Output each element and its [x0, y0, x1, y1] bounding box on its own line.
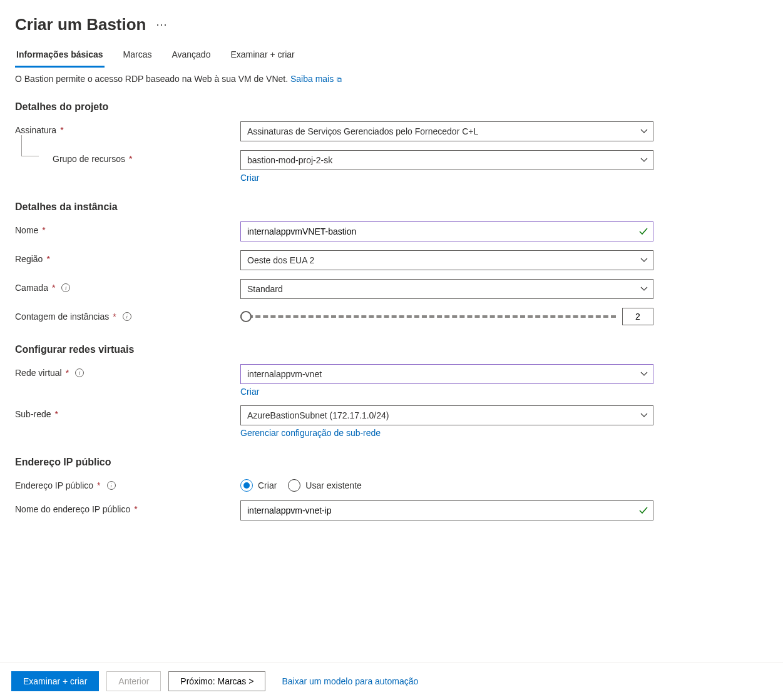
name-label: Nome	[15, 225, 38, 235]
tab-basics[interactable]: Informações básicas	[15, 44, 105, 68]
footer: Examinar + criar Anterior Próximo: Marca…	[0, 662, 783, 700]
page-title: Criar um Bastion	[15, 15, 146, 34]
more-actions-button[interactable]: ···	[156, 18, 168, 31]
chevron-down-icon	[640, 372, 648, 377]
tab-review[interactable]: Examinar + criar	[229, 44, 295, 68]
instance-count-label: Contagem de instâncias	[15, 312, 109, 322]
required-icon: *	[66, 368, 69, 378]
required-icon: *	[46, 254, 49, 264]
required-icon: *	[42, 225, 45, 235]
instance-count-input[interactable]	[622, 308, 653, 325]
subnet-select[interactable]: AzureBastionSubnet (172.17.1.0/24)	[240, 405, 653, 425]
publicip-existing-radio[interactable]: Usar existente	[288, 479, 361, 492]
intro-text: O Bastion permite o acesso RDP baseado n…	[15, 74, 768, 84]
resource-group-label: Grupo de recursos	[53, 154, 125, 164]
tabs: Informações básicas Marcas Avançado Exam…	[15, 44, 768, 68]
slider-thumb[interactable]	[240, 311, 252, 322]
tab-tags[interactable]: Marcas	[122, 44, 153, 68]
indent-connector-icon	[21, 135, 39, 156]
region-label: Região	[15, 254, 43, 264]
required-icon: *	[113, 312, 116, 322]
section-instance-heading: Detalhes da instância	[15, 201, 768, 213]
publicip-name-input[interactable]	[240, 500, 653, 520]
required-icon: *	[134, 504, 137, 514]
info-icon[interactable]: i	[123, 312, 131, 321]
section-vnet-heading: Configurar redes virtuais	[15, 344, 768, 355]
radio-icon	[288, 479, 300, 492]
check-icon	[639, 507, 648, 514]
review-create-button[interactable]: Examinar + criar	[11, 671, 99, 691]
chevron-down-icon	[640, 413, 648, 418]
create-resource-group-link[interactable]: Criar	[240, 173, 259, 183]
chevron-down-icon	[640, 287, 648, 292]
publicip-create-radio[interactable]: Criar	[240, 479, 277, 492]
tier-label: Camada	[15, 283, 48, 293]
external-link-icon: ⧉	[335, 76, 342, 83]
publicip-name-label: Nome do endereço IP público	[15, 504, 130, 514]
required-icon: *	[55, 409, 58, 419]
required-icon: *	[97, 480, 100, 490]
tier-select[interactable]: Standard	[240, 279, 653, 299]
section-project-heading: Detalhes do projeto	[15, 101, 768, 113]
chevron-down-icon	[640, 158, 648, 163]
chevron-down-icon	[640, 129, 648, 134]
chevron-down-icon	[640, 258, 648, 263]
instance-count-slider[interactable]	[240, 310, 616, 323]
required-icon: *	[52, 283, 55, 293]
required-icon: *	[60, 125, 63, 135]
previous-button: Anterior	[106, 671, 161, 691]
region-select[interactable]: Oeste dos EUA 2	[240, 250, 653, 270]
download-template-link[interactable]: Baixar um modelo para automação	[282, 676, 418, 686]
check-icon	[639, 228, 648, 235]
vnet-label: Rede virtual	[15, 368, 62, 378]
publicip-address-label: Endereço IP público	[15, 480, 93, 490]
subscription-select[interactable]: Assinaturas de Serviços Gerenciados pelo…	[240, 121, 653, 141]
radio-icon	[240, 479, 253, 492]
resource-group-select[interactable]: bastion-mod-proj-2-sk	[240, 150, 653, 170]
subscription-label: Assinatura	[15, 125, 56, 135]
vnet-select[interactable]: internalappvm-vnet	[240, 364, 653, 384]
learn-more-link[interactable]: Saiba mais ⧉	[290, 74, 342, 84]
next-button[interactable]: Próximo: Marcas >	[168, 671, 265, 691]
manage-subnet-link[interactable]: Gerenciar configuração de sub-rede	[240, 428, 381, 438]
tab-advanced[interactable]: Avançado	[170, 44, 212, 68]
name-input[interactable]	[240, 221, 653, 241]
section-publicip-heading: Endereço IP público	[15, 457, 768, 468]
required-icon: *	[129, 154, 132, 164]
info-icon[interactable]: i	[107, 481, 116, 490]
info-icon[interactable]: i	[61, 283, 70, 292]
subnet-label: Sub-rede	[15, 409, 51, 419]
create-vnet-link[interactable]: Criar	[240, 387, 259, 397]
info-icon[interactable]: i	[75, 368, 84, 377]
